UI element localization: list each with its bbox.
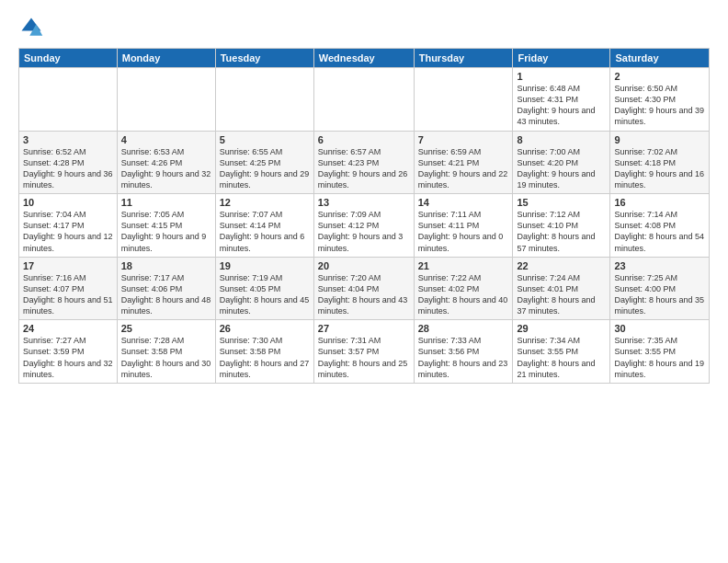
day-detail: Sunrise: 6:55 AM Sunset: 4:25 PM Dayligh… (220, 146, 310, 191)
day-number: 7 (418, 134, 509, 145)
day-detail: Sunrise: 7:09 AM Sunset: 4:12 PM Dayligh… (318, 209, 410, 254)
calendar-cell: 13Sunrise: 7:09 AM Sunset: 4:12 PM Dayli… (313, 194, 414, 258)
calendar-cell (313, 68, 414, 132)
calendar-cell: 14Sunrise: 7:11 AM Sunset: 4:11 PM Dayli… (414, 194, 513, 258)
day-number: 13 (318, 197, 410, 208)
day-number: 28 (418, 323, 509, 334)
day-detail: Sunrise: 6:52 AM Sunset: 4:28 PM Dayligh… (23, 146, 113, 191)
calendar-cell: 29Sunrise: 7:34 AM Sunset: 3:55 PM Dayli… (513, 320, 610, 384)
day-number: 23 (614, 260, 705, 271)
day-detail: Sunrise: 7:34 AM Sunset: 3:55 PM Dayligh… (517, 335, 606, 380)
day-number: 12 (220, 197, 310, 208)
calendar-cell: 2Sunrise: 6:50 AM Sunset: 4:30 PM Daylig… (610, 68, 710, 132)
day-detail: Sunrise: 7:24 AM Sunset: 4:01 PM Dayligh… (517, 272, 606, 317)
day-detail: Sunrise: 7:31 AM Sunset: 3:57 PM Dayligh… (318, 335, 410, 380)
day-number: 20 (318, 260, 410, 271)
day-detail: Sunrise: 7:33 AM Sunset: 3:56 PM Dayligh… (418, 335, 509, 380)
calendar-week-5: 24Sunrise: 7:27 AM Sunset: 3:59 PM Dayli… (19, 320, 710, 384)
day-number: 3 (23, 134, 113, 145)
day-detail: Sunrise: 7:25 AM Sunset: 4:00 PM Dayligh… (614, 272, 705, 317)
calendar-cell: 19Sunrise: 7:19 AM Sunset: 4:05 PM Dayli… (215, 257, 313, 320)
day-number: 19 (220, 260, 310, 271)
day-number: 24 (23, 323, 113, 334)
day-number: 18 (121, 260, 211, 271)
page: SundayMondayTuesdayWednesdayThursdayFrid… (0, 0, 728, 563)
calendar-cell: 3Sunrise: 6:52 AM Sunset: 4:28 PM Daylig… (19, 131, 118, 194)
day-number: 5 (220, 134, 310, 145)
calendar-cell: 7Sunrise: 6:59 AM Sunset: 4:21 PM Daylig… (414, 131, 513, 194)
day-detail: Sunrise: 7:30 AM Sunset: 3:58 PM Dayligh… (220, 335, 310, 380)
calendar-cell: 17Sunrise: 7:16 AM Sunset: 4:07 PM Dayli… (19, 257, 118, 320)
calendar-week-4: 17Sunrise: 7:16 AM Sunset: 4:07 PM Dayli… (19, 257, 710, 320)
calendar-cell: 22Sunrise: 7:24 AM Sunset: 4:01 PM Dayli… (513, 257, 610, 320)
day-detail: Sunrise: 7:02 AM Sunset: 4:18 PM Dayligh… (614, 146, 705, 191)
calendar-cell: 28Sunrise: 7:33 AM Sunset: 3:56 PM Dayli… (414, 320, 513, 384)
calendar-cell: 4Sunrise: 6:53 AM Sunset: 4:26 PM Daylig… (117, 131, 215, 194)
day-detail: Sunrise: 7:04 AM Sunset: 4:17 PM Dayligh… (23, 209, 113, 254)
calendar-cell: 30Sunrise: 7:35 AM Sunset: 3:55 PM Dayli… (610, 320, 710, 384)
logo-icon (18, 15, 44, 40)
day-detail: Sunrise: 7:14 AM Sunset: 4:08 PM Dayligh… (614, 209, 705, 254)
calendar-cell: 1Sunrise: 6:48 AM Sunset: 4:31 PM Daylig… (513, 68, 610, 132)
day-detail: Sunrise: 7:07 AM Sunset: 4:14 PM Dayligh… (220, 209, 310, 254)
day-number: 14 (418, 197, 509, 208)
calendar-week-2: 3Sunrise: 6:52 AM Sunset: 4:28 PM Daylig… (19, 131, 710, 194)
day-detail: Sunrise: 6:57 AM Sunset: 4:23 PM Dayligh… (318, 146, 410, 191)
day-detail: Sunrise: 6:50 AM Sunset: 4:30 PM Dayligh… (614, 83, 705, 128)
calendar-week-3: 10Sunrise: 7:04 AM Sunset: 4:17 PM Dayli… (19, 194, 710, 258)
day-number: 26 (220, 323, 310, 334)
day-detail: Sunrise: 7:27 AM Sunset: 3:59 PM Dayligh… (23, 335, 113, 380)
day-number: 15 (517, 197, 606, 208)
day-number: 11 (121, 197, 211, 208)
day-detail: Sunrise: 7:16 AM Sunset: 4:07 PM Dayligh… (23, 272, 113, 317)
day-detail: Sunrise: 7:11 AM Sunset: 4:11 PM Dayligh… (418, 209, 509, 254)
calendar-cell: 11Sunrise: 7:05 AM Sunset: 4:15 PM Dayli… (117, 194, 215, 258)
day-number: 2 (614, 71, 705, 82)
calendar-cell: 25Sunrise: 7:28 AM Sunset: 3:58 PM Dayli… (117, 320, 215, 384)
col-header-sunday: Sunday (19, 49, 118, 68)
col-header-thursday: Thursday (414, 49, 513, 68)
col-header-saturday: Saturday (610, 49, 710, 68)
calendar-cell: 23Sunrise: 7:25 AM Sunset: 4:00 PM Dayli… (610, 257, 710, 320)
col-header-monday: Monday (117, 49, 215, 68)
day-detail: Sunrise: 7:28 AM Sunset: 3:58 PM Dayligh… (121, 335, 211, 380)
calendar-cell (215, 68, 313, 132)
day-detail: Sunrise: 7:12 AM Sunset: 4:10 PM Dayligh… (517, 209, 606, 254)
col-header-tuesday: Tuesday (215, 49, 313, 68)
day-detail: Sunrise: 6:53 AM Sunset: 4:26 PM Dayligh… (121, 146, 211, 191)
day-detail: Sunrise: 7:22 AM Sunset: 4:02 PM Dayligh… (418, 272, 509, 317)
day-detail: Sunrise: 7:20 AM Sunset: 4:04 PM Dayligh… (318, 272, 410, 317)
day-number: 16 (614, 197, 705, 208)
calendar-cell: 24Sunrise: 7:27 AM Sunset: 3:59 PM Dayli… (19, 320, 118, 384)
day-number: 27 (318, 323, 410, 334)
calendar-cell (19, 68, 118, 132)
day-number: 30 (614, 323, 705, 334)
day-detail: Sunrise: 7:00 AM Sunset: 4:20 PM Dayligh… (517, 146, 606, 191)
calendar-cell: 27Sunrise: 7:31 AM Sunset: 3:57 PM Dayli… (313, 320, 414, 384)
day-detail: Sunrise: 7:19 AM Sunset: 4:05 PM Dayligh… (220, 272, 310, 317)
logo (18, 15, 48, 40)
day-number: 1 (517, 71, 606, 82)
calendar-header-row: SundayMondayTuesdayWednesdayThursdayFrid… (19, 49, 710, 68)
day-number: 6 (318, 134, 410, 145)
day-detail: Sunrise: 7:35 AM Sunset: 3:55 PM Dayligh… (614, 335, 705, 380)
calendar-table: SundayMondayTuesdayWednesdayThursdayFrid… (18, 48, 710, 384)
calendar-cell: 18Sunrise: 7:17 AM Sunset: 4:06 PM Dayli… (117, 257, 215, 320)
calendar-cell: 20Sunrise: 7:20 AM Sunset: 4:04 PM Dayli… (313, 257, 414, 320)
day-number: 17 (23, 260, 113, 271)
day-detail: Sunrise: 7:05 AM Sunset: 4:15 PM Dayligh… (121, 209, 211, 254)
day-number: 10 (23, 197, 113, 208)
day-number: 21 (418, 260, 509, 271)
calendar-cell: 10Sunrise: 7:04 AM Sunset: 4:17 PM Dayli… (19, 194, 118, 258)
col-header-wednesday: Wednesday (313, 49, 414, 68)
header (18, 15, 710, 40)
calendar-cell: 16Sunrise: 7:14 AM Sunset: 4:08 PM Dayli… (610, 194, 710, 258)
day-number: 29 (517, 323, 606, 334)
calendar-cell: 15Sunrise: 7:12 AM Sunset: 4:10 PM Dayli… (513, 194, 610, 258)
day-detail: Sunrise: 6:48 AM Sunset: 4:31 PM Dayligh… (517, 83, 606, 128)
calendar-cell: 5Sunrise: 6:55 AM Sunset: 4:25 PM Daylig… (215, 131, 313, 194)
calendar-cell (414, 68, 513, 132)
calendar-cell: 6Sunrise: 6:57 AM Sunset: 4:23 PM Daylig… (313, 131, 414, 194)
day-number: 4 (121, 134, 211, 145)
day-number: 8 (517, 134, 606, 145)
